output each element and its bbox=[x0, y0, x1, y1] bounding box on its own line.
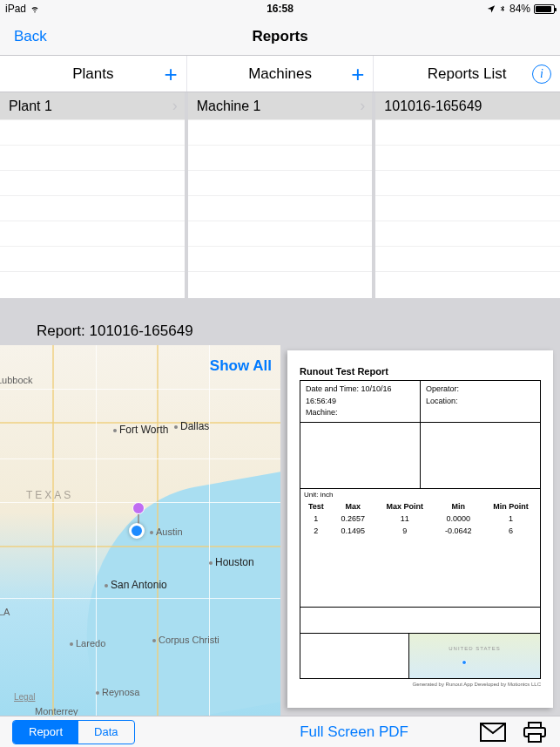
city-dallas: Dallas bbox=[174, 420, 209, 432]
road bbox=[96, 345, 97, 716]
list-item bbox=[188, 171, 373, 196]
list-item bbox=[375, 171, 560, 196]
reports-column: 101016-165649 bbox=[375, 92, 560, 298]
plants-column: Plant 1 › bbox=[0, 92, 188, 298]
list-item bbox=[0, 120, 185, 146]
report-label: 101016-165649 bbox=[384, 98, 482, 114]
list-item bbox=[188, 146, 373, 171]
column-bodies: Plant 1 › Machine 1 › 101016-165649 bbox=[0, 92, 560, 298]
report-row[interactable]: 101016-165649 bbox=[375, 92, 560, 120]
add-plant-button[interactable]: + bbox=[164, 63, 177, 85]
list-item bbox=[188, 247, 373, 272]
page-title: Reports bbox=[252, 28, 307, 45]
list-item bbox=[375, 221, 560, 247]
toolbar: Report Data Full Screen PDF bbox=[0, 716, 560, 747]
state-label: TEXAS bbox=[26, 489, 73, 501]
list-item bbox=[375, 196, 560, 221]
mini-map-dot-icon bbox=[462, 660, 467, 665]
reports-header: Reports List i bbox=[374, 56, 560, 92]
battery-icon bbox=[534, 4, 555, 14]
machine-label: Machine 1 bbox=[197, 98, 261, 114]
machines-header-label: Machines bbox=[248, 65, 312, 83]
pdf-table: TestMaxMax PointMinMin Point 10.2657110.… bbox=[300, 500, 540, 537]
pdf-page[interactable]: Runout Test Report Date and Time: 10/10/… bbox=[287, 350, 553, 708]
lower-section: TEXAS Lubbock Fort Worth Dallas Austin H… bbox=[0, 345, 560, 716]
pdf-meta-box: Date and Time: 10/10/16 16:56:49 Machine… bbox=[300, 380, 541, 489]
list-item bbox=[0, 146, 185, 171]
report-title: Report: 101016-165649 bbox=[37, 323, 193, 340]
map-pin-icon bbox=[132, 502, 145, 525]
list-item bbox=[375, 247, 560, 272]
plants-header: Plants + bbox=[0, 56, 187, 92]
plant-label: Plant 1 bbox=[9, 98, 52, 114]
road bbox=[52, 345, 54, 716]
map-pane[interactable]: TEXAS Lubbock Fort Worth Dallas Austin H… bbox=[0, 345, 280, 716]
chevron-right-icon: › bbox=[360, 97, 365, 115]
pdf-map-row: UNITED STATES bbox=[300, 634, 541, 679]
water bbox=[62, 471, 280, 716]
column-headers: Plants + Machines + Reports List i bbox=[0, 56, 560, 92]
seg-report[interactable]: Report bbox=[13, 721, 78, 744]
seg-data[interactable]: Data bbox=[78, 721, 133, 744]
plants-header-label: Plants bbox=[72, 65, 113, 83]
machines-column: Machine 1 › bbox=[188, 92, 376, 298]
divider bbox=[0, 298, 560, 316]
list-item bbox=[188, 120, 373, 146]
pdf-unit: Unit: inch bbox=[300, 489, 540, 500]
list-item bbox=[0, 196, 185, 221]
list-item bbox=[375, 120, 560, 146]
list-item bbox=[188, 196, 373, 221]
road bbox=[0, 458, 280, 459]
fullscreen-pdf-button[interactable]: Full Screen PDF bbox=[300, 723, 408, 741]
city-lubbock: Lubbock bbox=[0, 375, 33, 385]
mini-map-label: UNITED STATES bbox=[409, 646, 540, 651]
report-title-bar: Report: 101016-165649 bbox=[0, 316, 560, 345]
city-la: LA bbox=[0, 607, 10, 617]
list-item bbox=[0, 221, 185, 247]
pdf-pane: Runout Test Report Date and Time: 10/10/… bbox=[280, 345, 560, 716]
pdf-footer: Generated by Runout App Developed by Mot… bbox=[300, 682, 541, 687]
pdf-title: Runout Test Report bbox=[300, 366, 541, 377]
show-all-button[interactable]: Show All bbox=[210, 357, 272, 375]
legal-link[interactable]: Legal bbox=[14, 692, 35, 702]
list-item bbox=[0, 247, 185, 272]
back-button[interactable]: Back bbox=[14, 28, 47, 45]
city-laredo: Laredo bbox=[70, 638, 105, 649]
city-austin: Austin bbox=[150, 526, 183, 537]
road bbox=[209, 345, 210, 716]
city-monterrey: Monterrey bbox=[35, 706, 78, 716]
pdf-meta-left: Date and Time: 10/10/16 16:56:49 Machine… bbox=[300, 381, 421, 422]
road bbox=[0, 546, 280, 547]
pdf-mini-map: UNITED STATES bbox=[409, 634, 540, 678]
segmented-control: Report Data bbox=[12, 720, 135, 744]
table-row: 10.2657110.00001 bbox=[300, 513, 540, 525]
machine-row[interactable]: Machine 1 › bbox=[188, 92, 373, 120]
add-machine-button[interactable]: + bbox=[351, 63, 364, 85]
road bbox=[0, 389, 280, 390]
chevron-right-icon: › bbox=[172, 97, 178, 115]
city-reynosa: Reynosa bbox=[96, 687, 139, 697]
user-location-icon bbox=[129, 523, 145, 539]
road bbox=[0, 598, 280, 599]
list-item bbox=[188, 221, 373, 247]
print-icon[interactable] bbox=[522, 722, 548, 743]
table-row: TestMaxMax PointMinMin Point bbox=[300, 500, 540, 513]
reports-header-label: Reports List bbox=[428, 65, 507, 83]
pdf-spacer bbox=[300, 608, 541, 634]
city-fortworth: Fort Worth bbox=[113, 424, 168, 436]
table-row: 20.14959-0.06426 bbox=[300, 525, 540, 537]
status-bar: iPad 16:58 84% bbox=[0, 0, 560, 17]
pdf-meta-right: Operator: Location: bbox=[421, 381, 540, 422]
plant-row[interactable]: Plant 1 › bbox=[0, 92, 185, 120]
clock: 16:58 bbox=[0, 3, 560, 15]
list-item bbox=[0, 171, 185, 196]
reports-info-button[interactable]: i bbox=[532, 65, 551, 84]
svg-rect-3 bbox=[529, 734, 541, 742]
nav-bar: Back Reports bbox=[0, 17, 560, 56]
city-houston: Houston bbox=[209, 556, 254, 568]
city-sanantonio: San Antonio bbox=[105, 579, 167, 591]
pdf-table-wrap: Unit: inch TestMaxMax PointMinMin Point … bbox=[300, 489, 541, 608]
city-corpus: Corpus Christi bbox=[152, 635, 219, 645]
email-icon[interactable] bbox=[480, 722, 506, 743]
list-item bbox=[375, 146, 560, 171]
